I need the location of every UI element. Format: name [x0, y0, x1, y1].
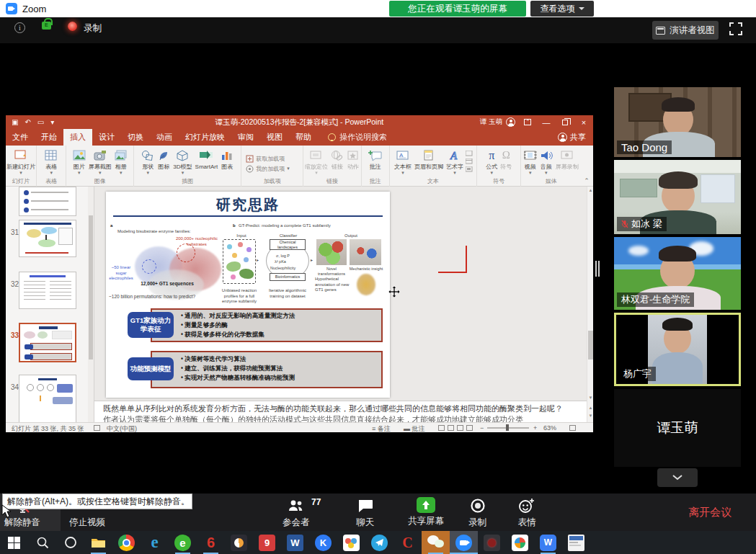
collapse-participants-button[interactable] — [657, 468, 698, 487]
record-button[interactable]: 录制 — [468, 497, 486, 529]
k-app-button[interactable]: K — [309, 531, 337, 554]
fit-slide-icon[interactable] — [569, 425, 576, 431]
close-icon[interactable]: × — [574, 115, 593, 129]
video-tile-lin-shuangjun[interactable]: 林双君-生命学院 — [614, 237, 741, 310]
tab-view[interactable]: 视图 — [260, 129, 289, 146]
news-app-button[interactable] — [562, 531, 590, 554]
smartart-button[interactable]: SmartArt — [195, 148, 219, 170]
next-slide-icon[interactable]: ▼ — [587, 414, 593, 418]
cortana-button[interactable] — [56, 531, 84, 554]
my-addins-button[interactable]: 我的加载项▾ — [246, 165, 290, 173]
browser-360-button[interactable]: e — [169, 531, 197, 554]
restore-icon[interactable] — [556, 115, 574, 129]
screen-recording-button[interactable]: 屏幕录制 — [555, 148, 579, 170]
participants-button[interactable]: 参会者 — [283, 497, 310, 529]
notes-pane[interactable]: 既然单单从序列比对的系统发育分析方面，无法与酶的功能关联起来，那么通过哪些共同的… — [94, 401, 587, 422]
date-time-icon[interactable] — [466, 158, 473, 164]
tab-transitions[interactable]: 切换 — [121, 129, 150, 146]
zoom-slider-thumb[interactable] — [506, 424, 509, 431]
hyperlink-button[interactable]: 链接 — [330, 148, 344, 170]
taskbar-search-button[interactable] — [28, 531, 56, 554]
action-button[interactable]: 动作 — [346, 148, 360, 170]
zoom-percentage[interactable]: 63% — [543, 424, 556, 432]
comments-toggle[interactable]: ▬ 批注 — [404, 424, 425, 432]
leave-meeting-button[interactable]: 离开会议 — [688, 506, 731, 519]
slide-thumb-33-selected[interactable] — [19, 323, 76, 362]
screen-recorder-button[interactable] — [478, 531, 506, 554]
telegram-button[interactable] — [365, 531, 393, 554]
spellcheck-icon[interactable] — [94, 425, 100, 431]
icons-button[interactable]: 图标 — [156, 148, 171, 170]
slide-thumb-30[interactable] — [19, 187, 76, 216]
chrome-button[interactable] — [112, 531, 141, 554]
cajviewer-button[interactable]: C — [393, 531, 422, 554]
minimize-icon[interactable]: — — [537, 115, 556, 129]
object-icon[interactable] — [466, 166, 473, 172]
slide-canvas[interactable]: 研究思路 a Modeling bisubstrate enzyme famil… — [106, 192, 390, 398]
tab-file[interactable]: 文件 — [6, 129, 35, 146]
file-explorer-button[interactable] — [84, 531, 112, 554]
slide-thumb-32[interactable] — [19, 272, 76, 309]
tell-me-search[interactable]: 操作说明搜索 — [339, 132, 387, 143]
ppt-scrollbar[interactable]: ▲ ▼ ▲ ▼ — [587, 187, 593, 422]
word-button[interactable]: W — [281, 531, 309, 554]
video-tile-tan-yumeng-novideo[interactable]: 谭玉萌 — [614, 389, 741, 467]
account-area[interactable]: 谭 玉萌 — [480, 115, 515, 129]
video-tile-rubing-liang[interactable]: 如冰 梁 — [614, 160, 741, 234]
view-options-button[interactable]: 查看选项 — [530, 1, 594, 17]
picture-button[interactable]: 图片▾ — [72, 148, 86, 176]
new-slide-button[interactable]: 新建幻灯片▾ — [6, 148, 36, 176]
tab-slideshow[interactable]: 幻灯片放映 — [179, 129, 231, 146]
video-button[interactable]: 视频▾ — [523, 148, 538, 176]
zoom-in-icon[interactable]: + — [533, 424, 537, 432]
audio-button[interactable]: 音频▾ — [539, 148, 553, 176]
share-screen-button[interactable]: 共享屏幕 — [408, 497, 444, 527]
tab-design[interactable]: 设计 — [92, 129, 121, 146]
ribbon-display-options-icon[interactable] — [518, 115, 537, 129]
speaker-view-button[interactable]: 演讲者视图 — [652, 21, 719, 40]
zoom-out-icon[interactable]: − — [480, 424, 484, 432]
table-button[interactable]: 表格▾ — [44, 148, 58, 176]
tab-insert[interactable]: 插入 — [63, 129, 92, 146]
normal-view-icon[interactable] — [438, 425, 445, 431]
slideshow-view-icon[interactable] — [466, 425, 473, 431]
scroll-up-icon[interactable]: ▲ — [587, 188, 593, 192]
video-tile-tao-dong[interactable]: Tao Dong — [614, 87, 741, 157]
tab-help[interactable]: 帮助 — [289, 129, 318, 146]
slide-thumb-31[interactable] — [19, 220, 76, 257]
ppt-share-button[interactable]: 共享 — [558, 129, 586, 146]
new-comment-button[interactable]: 批注 — [368, 148, 383, 170]
slide-number-icon[interactable] — [466, 151, 473, 156]
wordart-button[interactable]: A艺术字▾ — [445, 148, 464, 176]
zoom-link-button[interactable]: 缩放定位▾ — [304, 148, 329, 176]
red-9-app-button[interactable]: 9 — [253, 531, 281, 554]
video-tile-yang-guangyu-active[interactable]: 杨广宇 — [614, 313, 741, 386]
sidebar-resize-handle[interactable] — [595, 261, 600, 277]
tab-animations[interactable]: 动画 — [150, 129, 179, 146]
tab-review[interactable]: 审阅 — [231, 129, 260, 146]
screenshot-button[interactable]: 屏幕截图▾ — [88, 148, 112, 176]
language-status[interactable]: 中文(中国) — [107, 424, 137, 432]
tab-home[interactable]: 开始 — [35, 129, 63, 146]
get-addins-button[interactable]: 获取加载项 — [246, 155, 285, 163]
photo-album-button[interactable]: 相册▾ — [114, 148, 128, 176]
colorful-app-button[interactable] — [337, 531, 365, 554]
red-swirl-app-button[interactable]: 6 — [197, 531, 225, 554]
slide-thumb-34[interactable] — [19, 375, 76, 422]
wps-button[interactable]: W — [534, 531, 562, 554]
reading-view-icon[interactable] — [457, 425, 463, 431]
ribbon-collapse[interactable]: ⌃ — [581, 146, 593, 186]
header-footer-button[interactable]: 页眉和页脚 — [414, 148, 444, 170]
chat-button[interactable]: 聊天 — [356, 497, 374, 529]
ppt-titlebar[interactable]: ▣ ↶ ▭ ▾ 谭玉萌-20200513作报告-2[兼容模式] - PowerP… — [6, 115, 593, 129]
wechat-button[interactable] — [422, 531, 450, 554]
symbol-button[interactable]: Ω符号 — [499, 148, 512, 170]
reactions-button[interactable]: 表情 — [517, 497, 536, 529]
textbox-button[interactable]: A文本框▾ — [393, 148, 412, 176]
prev-slide-icon[interactable]: ▲ — [587, 406, 593, 410]
chart-button[interactable]: 图表 — [220, 148, 234, 170]
start-button[interactable] — [0, 531, 28, 554]
meeting-info-icon[interactable]: i — [14, 22, 25, 33]
thumbnail-scrollbar[interactable] — [88, 187, 94, 422]
zoom-taskbar-button[interactable] — [450, 531, 478, 554]
